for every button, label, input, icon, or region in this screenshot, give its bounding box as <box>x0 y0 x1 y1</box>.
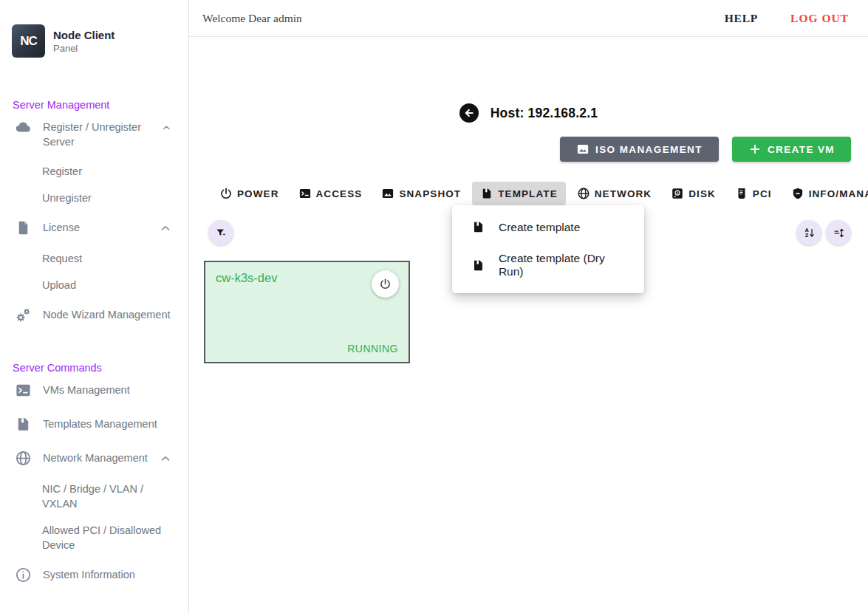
section-header-server-management: Server Management <box>13 99 188 111</box>
tab-label: SNAPSHOT <box>399 188 461 199</box>
vm-status-badge: RUNNING <box>347 343 398 355</box>
gears-icon <box>15 306 32 323</box>
app-root: NC Node Client Panel Server Management R… <box>0 0 868 613</box>
chevron-up-icon[interactable] <box>159 452 172 465</box>
vm-card[interactable]: cw-k3s-dev RUNNING <box>204 261 410 363</box>
tab-network[interactable]: NETWORK <box>569 182 660 205</box>
info-icon <box>15 566 32 583</box>
sidebar-item-system-information[interactable]: System Information <box>0 558 188 592</box>
sidebar-item-register[interactable]: Register <box>0 158 188 185</box>
app-brand: NC Node Client Panel <box>12 24 188 58</box>
sort-controls: A Z <box>796 220 851 245</box>
tab-label: DISK <box>688 188 716 199</box>
tab-template[interactable]: TEMPLATE <box>472 182 566 205</box>
sidebar-item-register-unregister-server[interactable]: Register / Unregister Server <box>0 111 188 158</box>
sort-alpha-down-icon: A Z <box>803 227 816 239</box>
svg-text:Z: Z <box>804 233 808 239</box>
sidebar-item-node-wizard-management[interactable]: Node Wizard Management <box>0 298 188 332</box>
sort-amount-button[interactable] <box>826 220 851 245</box>
iso-management-label: ISO MANAGEMENT <box>595 144 703 155</box>
sidebar-item-request[interactable]: Request <box>0 245 188 272</box>
document-icon <box>15 219 32 236</box>
host-title: Host: 192.168.2.1 <box>491 106 598 121</box>
app-logo: NC <box>12 24 45 58</box>
sidebar-item-allowed-pci-disallowed-device[interactable]: Allowed PCI / Disallowed Device <box>0 517 188 558</box>
template-icon <box>15 416 32 433</box>
sidebar-item-network-management[interactable]: Network Management <box>0 442 188 476</box>
sidebar-item-label: System Information <box>43 567 135 582</box>
vm-tabs: POWER ACCESS SNAPSHOT <box>211 182 868 205</box>
sidebar-item-vms-management[interactable]: VMs Management <box>0 374 188 408</box>
create-vm-button[interactable]: CREATE VM <box>732 137 851 162</box>
power-icon <box>219 187 233 200</box>
create-vm-label: CREATE VM <box>768 144 835 155</box>
image-icon <box>576 143 590 156</box>
app-subtitle: Panel <box>53 43 115 54</box>
topbar: Welcome Dear admin HELP LOG OUT <box>189 0 868 37</box>
host-header: Host: 192.168.2.1 <box>189 103 868 123</box>
sidebar-item-label: Node Wizard Management <box>43 307 170 322</box>
tab-label: POWER <box>237 188 279 199</box>
plus-icon <box>748 143 762 156</box>
tab-label: PCI <box>753 188 772 199</box>
menu-item-create-template-dry-run[interactable]: Create template (Dry Run) <box>452 243 644 287</box>
tab-snapshot[interactable]: SNAPSHOT <box>373 182 469 205</box>
sidebar-item-label: VMs Management <box>43 383 130 397</box>
sidebar-item-label: Register / Unregister Server <box>43 120 150 149</box>
menu-item-label: Create template <box>499 221 580 234</box>
welcome-text: Welcome Dear admin <box>202 12 302 25</box>
tab-label: TEMPLATE <box>498 188 558 199</box>
template-dropdown-menu: Create template Create template (Dry Run… <box>452 205 644 293</box>
template-icon <box>471 258 485 273</box>
sidebar-item-unregister[interactable]: Unregister <box>0 185 188 211</box>
back-button[interactable] <box>459 103 479 123</box>
sidebar-item-upload[interactable]: Upload <box>0 272 188 298</box>
vm-power-button[interactable] <box>372 270 399 298</box>
chevron-up-icon[interactable] <box>161 121 172 134</box>
sidebar-item-templates-management[interactable]: Templates Management <box>0 408 188 442</box>
chevron-up-icon[interactable] <box>159 222 172 235</box>
help-link[interactable]: HELP <box>725 12 758 25</box>
sidebar-item-nic-bridge-vlan-vxlan[interactable]: NIC / Bridge / VLAN / VXLAN <box>0 476 188 517</box>
actions-row: ISO MANAGEMENT CREATE VM <box>560 137 851 162</box>
menu-item-label: Create template (Dry Run) <box>499 252 632 278</box>
tab-power[interactable]: POWER <box>211 182 287 205</box>
sort-amount-icon <box>833 227 845 239</box>
globe-icon <box>15 450 32 467</box>
tab-label: NETWORK <box>595 188 652 199</box>
main-column: Welcome Dear admin HELP LOG OUT Host: 19… <box>189 0 868 613</box>
main-content: Host: 192.168.2.1 ISO MANAGEMENT CREATE … <box>189 37 868 613</box>
sidebar-item-label: Templates Management <box>43 417 157 431</box>
shield-icon <box>791 187 804 200</box>
sidebar-item-label: Network Management <box>43 451 148 465</box>
globe-icon <box>577 187 590 200</box>
iso-management-button[interactable]: ISO MANAGEMENT <box>560 137 719 162</box>
filter-button[interactable] <box>208 220 233 245</box>
tab-label: INFO/MANAGE <box>809 188 868 199</box>
power-icon <box>379 278 392 290</box>
pci-card-icon <box>735 187 748 200</box>
section-header-server-commands: Server Commands <box>13 362 188 374</box>
template-icon <box>480 187 493 200</box>
tab-disk[interactable]: DISK <box>663 182 724 205</box>
terminal-icon <box>15 382 32 399</box>
cloud-icon <box>15 119 32 136</box>
logout-link[interactable]: LOG OUT <box>790 12 849 25</box>
menu-item-create-template[interactable]: Create template <box>452 211 644 243</box>
app-title: Node Client <box>53 29 115 41</box>
sort-alpha-button[interactable]: A Z <box>796 220 821 245</box>
tab-access[interactable]: ACCESS <box>290 182 371 205</box>
filter-icon <box>215 227 228 239</box>
vm-name: cw-k3s-dev <box>216 271 398 285</box>
tab-pci[interactable]: PCI <box>727 182 780 205</box>
sidebar: NC Node Client Panel Server Management R… <box>0 0 189 613</box>
sidebar-item-license[interactable]: License <box>0 211 188 245</box>
sidebar-item-label: License <box>43 220 80 235</box>
terminal-icon <box>298 187 312 200</box>
hdd-icon <box>671 187 684 200</box>
tab-label: ACCESS <box>316 188 363 199</box>
image-icon <box>381 187 394 200</box>
template-icon <box>471 220 485 234</box>
back-arrow-icon <box>459 103 479 123</box>
tab-info-manage[interactable]: INFO/MANAGE <box>783 182 868 205</box>
